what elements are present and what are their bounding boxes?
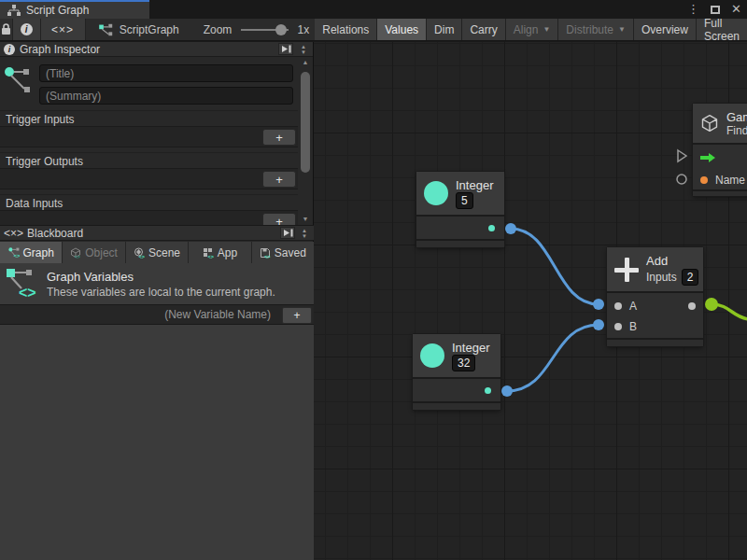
values-button[interactable]: Values (377, 19, 427, 40)
node-gameobject-find[interactable]: GameObject Find Name (693, 104, 747, 196)
input-port-b[interactable] (614, 323, 622, 330)
app-tab-icon: <> (203, 247, 214, 259)
dim-button[interactable]: Dim (427, 19, 462, 40)
relations-label: Relations (322, 23, 369, 36)
distribute-button[interactable]: Distribute ▼ (558, 19, 634, 40)
flow-enter-port-icon[interactable] (700, 153, 715, 162)
port-b-label: B (629, 320, 637, 333)
graph-inspector-body: Trigger Inputs + Trigger Outputs + Data … (0, 57, 299, 236)
sidebar-panel: i Graph Inspector ▲ ▼ (0, 42, 314, 560)
name-input-port[interactable] (700, 176, 708, 184)
node-title: Add (646, 254, 698, 268)
graph-variables-info: <> Graph Variables These variables are l… (0, 263, 314, 304)
add-trigger-input-button[interactable]: + (262, 129, 296, 146)
integer-output-port[interactable] (488, 225, 495, 231)
dock-panel-button[interactable] (278, 43, 293, 55)
tab-app[interactable]: <> App (189, 242, 251, 263)
add-variable-button[interactable]: + (282, 307, 312, 324)
zoom-label: Zoom (204, 23, 233, 36)
graph-variables-icon (4, 64, 32, 96)
input-port-a[interactable] (614, 302, 622, 310)
code-view-button[interactable]: <×> (41, 19, 86, 40)
overview-label: Overview (641, 23, 688, 36)
scrollbar-track[interactable] (298, 68, 313, 214)
data-inputs-label: Data Inputs (0, 194, 299, 210)
flow-input-port-outline[interactable] (678, 150, 686, 161)
info-icon: i (4, 44, 15, 55)
script-graph-icon (99, 23, 114, 36)
down-arrow-icon: ▼ (301, 49, 306, 55)
scroll-up-icon[interactable]: ▲ (303, 57, 309, 68)
scene-tab-icon: <> (134, 247, 145, 259)
trigger-inputs-label: Trigger Inputs (0, 110, 299, 126)
carry-button[interactable]: Carry (462, 19, 505, 40)
sum-output-port[interactable] (688, 302, 696, 310)
values-label: Values (385, 23, 418, 36)
dim-label: Dim (434, 23, 454, 36)
data-input-port-outline[interactable] (677, 175, 686, 184)
tab-graph[interactable]: <> Graph (0, 242, 63, 263)
graph-variables-description: These variables are local to the current… (47, 286, 275, 299)
integer-output-port[interactable] (485, 387, 491, 394)
graph-info-button[interactable]: i (13, 19, 41, 40)
node-integer-32[interactable]: Integer 32 (413, 334, 500, 410)
integer-value-field[interactable]: 5 (456, 192, 473, 209)
lock-button[interactable] (0, 19, 13, 40)
graph-title-input[interactable] (39, 64, 293, 82)
node-add[interactable]: Add Inputs 2 A B (607, 247, 703, 346)
down-arrow-icon: ▼ (302, 233, 307, 239)
maximize-icon[interactable] (711, 6, 720, 14)
tab-object[interactable]: <> Object (63, 242, 125, 263)
pin-icon (283, 229, 293, 237)
carry-label: Carry (470, 23, 497, 36)
add-icon (614, 258, 639, 282)
connection-endpoint (505, 223, 516, 234)
graph-inspector-header: i Graph Inspector ▲ ▼ (0, 42, 313, 57)
scrollbar-thumb[interactable] (301, 72, 310, 173)
relations-button[interactable]: Relations (315, 19, 377, 40)
blackboard-title: Blackboard (27, 227, 83, 240)
node-subtitle: Find (726, 124, 747, 137)
integer-type-icon (420, 343, 444, 368)
full-screen-button[interactable]: Full Screen (697, 19, 747, 40)
blackboard-cycle-arrows[interactable]: ▲ ▼ (299, 228, 310, 239)
svg-text:<>: <> (264, 253, 270, 259)
new-variable-input[interactable] (0, 305, 278, 324)
chevron-down-icon: ▼ (618, 25, 626, 34)
align-label: Align (514, 23, 539, 36)
graph-canvas[interactable]: Integer 5 Integer 32 (314, 42, 747, 560)
add-trigger-output-button[interactable]: + (262, 171, 296, 188)
zoom-slider[interactable] (241, 19, 288, 40)
object-tab-icon: <> (70, 247, 81, 259)
inspector-scrollbar[interactable]: ▲ ▼ (298, 57, 313, 225)
connection-int5-to-a (511, 229, 599, 304)
zoom-slider-handle[interactable] (275, 24, 287, 35)
tab-object-label: Object (85, 246, 118, 259)
tab-saved[interactable]: <> Saved (252, 242, 314, 263)
align-button[interactable]: Align ▼ (506, 19, 559, 40)
panel-cycle-arrows[interactable]: ▲ ▼ (298, 44, 309, 55)
chevron-down-icon: ▼ (543, 25, 550, 34)
node-title: Integer (456, 178, 493, 192)
graph-summary-input[interactable] (39, 87, 293, 105)
variables-empty-area (0, 325, 314, 560)
node-integer-5[interactable]: Integer 5 (416, 172, 504, 247)
unity-script-graph-window: Script Graph ⋮ ✕ i <×> (0, 0, 747, 560)
inputs-label: Inputs (646, 271, 677, 284)
inputs-count-field[interactable]: 2 (682, 269, 699, 286)
overview-button[interactable]: Overview (634, 19, 697, 40)
dock-blackboard-button[interactable] (280, 227, 295, 239)
tab-scene-label: Scene (148, 246, 180, 259)
integer-value-field[interactable]: 32 (452, 355, 475, 371)
svg-text:<>: <> (13, 253, 20, 259)
scroll-down-icon[interactable]: ▼ (303, 214, 309, 225)
connection-endpoint (593, 299, 604, 310)
window-menu-icon[interactable]: ⋮ (687, 0, 699, 19)
integer-type-icon (424, 181, 448, 205)
graph-name-label: ScriptGraph (120, 23, 179, 36)
tab-script-graph[interactable]: Script Graph (0, 0, 149, 19)
port-a-label: A (629, 300, 637, 313)
svg-text:<>: <> (207, 253, 213, 259)
blackboard-icon: <×> (4, 227, 23, 240)
tab-scene[interactable]: <> Scene (126, 242, 189, 263)
